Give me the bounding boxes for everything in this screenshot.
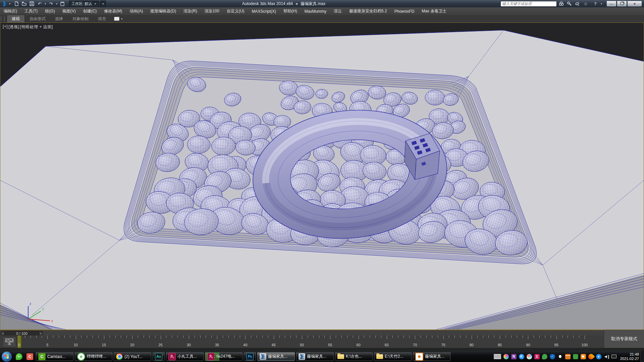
new-icon[interactable] bbox=[13, 1, 20, 7]
ribbon-tab-1[interactable]: 建模 bbox=[7, 15, 25, 22]
satellite-icon[interactable] bbox=[574, 1, 581, 7]
open-icon[interactable] bbox=[21, 1, 28, 7]
tick-37 bbox=[228, 336, 229, 338]
taskbar-247[interactable]: 丸№247电... bbox=[205, 352, 243, 361]
cancel-expert-mode-button[interactable]: 取消专家模式 bbox=[604, 330, 644, 348]
menu-item-13[interactable]: 帮助(H) bbox=[280, 7, 301, 15]
taskbar-audition[interactable]: Au bbox=[153, 352, 165, 361]
menu-item-9[interactable]: 渲染(R) bbox=[180, 7, 201, 15]
ribbon-tab-3[interactable]: 选择 bbox=[50, 15, 68, 22]
tray-scissors-icon[interactable]: N bbox=[511, 354, 517, 359]
tray-network-gear-icon[interactable] bbox=[573, 354, 578, 359]
tray-camera-icon[interactable] bbox=[581, 354, 586, 359]
menu-item-1[interactable]: 编辑(E) bbox=[0, 7, 21, 15]
viewport-canvas: xyz bbox=[0, 23, 644, 329]
ribbon-tab-4[interactable]: 对象绘制 bbox=[68, 15, 93, 22]
viewport-menu-view[interactable]: [透视] bbox=[8, 24, 19, 30]
taskbar-camtasia-pin[interactable]: C bbox=[25, 352, 35, 361]
menu-item-16[interactable]: 极速瘦身安全归档5.2 bbox=[345, 7, 391, 15]
taskbar-clock[interactable]: 21:48 2021-02-27 bbox=[620, 352, 639, 361]
taskbar-wechat-pin[interactable] bbox=[14, 352, 24, 361]
menu-item-14[interactable]: MaxMummy bbox=[301, 7, 330, 15]
tray-qq-icon[interactable] bbox=[557, 354, 563, 359]
tick-34 bbox=[211, 336, 212, 338]
taskbar-folder-e[interactable]: E:\天竹2... bbox=[374, 352, 412, 361]
perspective-viewport[interactable]: xyz [+] [透视] [明暗处理 + 边面] bbox=[0, 22, 644, 330]
workspace-flyout-button[interactable]: ▾ bbox=[100, 1, 106, 7]
workspace-selector[interactable]: 工作区: 默认 ▾ bbox=[69, 1, 99, 7]
help-icon[interactable]: ? bbox=[592, 1, 599, 7]
show-desktop-button[interactable] bbox=[640, 351, 644, 362]
tray-kugou-icon[interactable]: K bbox=[519, 354, 524, 359]
tray-orange-window-icon[interactable] bbox=[565, 354, 571, 359]
tray-shield-icon[interactable]: ✓ bbox=[550, 354, 555, 359]
menu-item-15[interactable]: 渲云 bbox=[330, 7, 345, 15]
tray-eset-icon[interactable]: e bbox=[596, 354, 601, 359]
key-icon[interactable] bbox=[566, 1, 573, 7]
ribbon-tab-2[interactable]: 自由形式 bbox=[25, 15, 50, 22]
redo-icon[interactable]: ↷ bbox=[48, 1, 54, 7]
menu-item-18[interactable]: Max 杀毒卫士 bbox=[418, 7, 450, 15]
viewport-menu-shading[interactable]: [明暗处理 + 边面] bbox=[20, 24, 53, 30]
minimize-button[interactable]: — bbox=[606, 1, 616, 7]
menu-item-7[interactable]: 动画(A) bbox=[126, 7, 147, 15]
tray-flower-icon[interactable] bbox=[503, 354, 509, 359]
redo-dropdown-caret[interactable]: ▾ bbox=[56, 2, 57, 5]
track-bar[interactable]: 0510152025303540455055606570758085909510… bbox=[0, 336, 604, 348]
taskbar-youtube[interactable]: (2) YouT... bbox=[114, 352, 151, 361]
menu-item-8[interactable]: 图形编辑器(D) bbox=[147, 7, 180, 15]
tick-label-25: 25 bbox=[156, 343, 165, 347]
ribbon-tab-5[interactable]: 填充 bbox=[93, 15, 111, 22]
menu-item-11[interactable]: 自定义(U) bbox=[223, 7, 248, 15]
menu-item-5[interactable]: 创建(C) bbox=[79, 7, 101, 15]
taskbar-bilibili[interactable]: e哔哩哔哩... bbox=[75, 352, 112, 361]
tick-24 bbox=[155, 336, 155, 338]
taskbar-camtasia[interactable]: CCamtasi... bbox=[36, 352, 73, 361]
menu-item-6[interactable]: 修改器(M) bbox=[100, 7, 126, 15]
undo-dropdown-caret[interactable]: ▾ bbox=[45, 2, 46, 5]
menu-item-17[interactable]: PhoenixFD bbox=[391, 7, 418, 15]
binoculars-icon[interactable] bbox=[558, 1, 565, 7]
logo-dropdown-caret[interactable]: ▾ bbox=[9, 2, 10, 5]
paste-icon[interactable] bbox=[59, 1, 66, 7]
tray-wechat-icon[interactable] bbox=[542, 354, 547, 359]
start-button[interactable] bbox=[2, 352, 12, 362]
mini-curve-editor-button[interactable] bbox=[3, 337, 16, 347]
ribbon-drag-handle[interactable] bbox=[1, 16, 5, 21]
save-icon[interactable] bbox=[29, 1, 35, 7]
3ds-max-logo[interactable] bbox=[1, 0, 8, 7]
close-button[interactable]: × bbox=[627, 1, 642, 7]
tick-1 bbox=[25, 336, 25, 338]
menu-item-4[interactable]: 视图(V) bbox=[59, 7, 79, 15]
menu-item-10[interactable]: 渲染100 bbox=[201, 7, 223, 15]
taskbar-max-1[interactable]: 藤编家具... bbox=[257, 352, 295, 361]
frame-readout[interactable]: 0 / 100 bbox=[5, 331, 39, 336]
tray-circles-icon[interactable] bbox=[527, 354, 532, 359]
tick-75 bbox=[443, 336, 444, 339]
star-icon[interactable]: ☆ bbox=[582, 1, 589, 7]
menu-item-3[interactable]: 组(G) bbox=[41, 7, 58, 15]
svg-text:y: y bbox=[42, 307, 44, 311]
tray-keyboard-icon[interactable] bbox=[494, 354, 501, 359]
menu-item-2[interactable]: 工具(T) bbox=[21, 7, 41, 15]
tray-volume-icon[interactable]: ◄) bbox=[604, 354, 609, 359]
taskbar-xiaowan[interactable]: 丸小丸工具... bbox=[166, 352, 204, 361]
viewport-menu-plus[interactable]: [+] bbox=[3, 24, 8, 30]
restore-button[interactable] bbox=[617, 1, 627, 7]
tray-fire-icon[interactable] bbox=[587, 353, 595, 360]
search-input[interactable] bbox=[500, 1, 557, 7]
tick-29 bbox=[183, 336, 183, 338]
help-dropdown-caret[interactable]: ▾ bbox=[601, 2, 602, 5]
next-frame-button[interactable]: > bbox=[39, 331, 43, 336]
taskbar-photoshop[interactable]: Ps bbox=[244, 352, 256, 361]
taskbar-button-label: №247电... bbox=[216, 354, 235, 359]
tick-90 bbox=[528, 336, 528, 339]
undo-icon[interactable]: ↶ bbox=[36, 1, 43, 7]
tray-pink-app-icon[interactable]: 文 bbox=[534, 354, 540, 359]
taskbar-capture[interactable]: 藤编家具... bbox=[413, 352, 450, 361]
tray-display-icon[interactable] bbox=[611, 354, 617, 359]
taskbar-folder-k[interactable]: K:\古色... bbox=[335, 352, 373, 361]
ribbon-minimize-button[interactable]: ▾ bbox=[114, 17, 123, 21]
menu-item-12[interactable]: MAXScript(X) bbox=[248, 7, 280, 15]
taskbar-max-2[interactable]: 藤编家具... bbox=[296, 352, 334, 361]
